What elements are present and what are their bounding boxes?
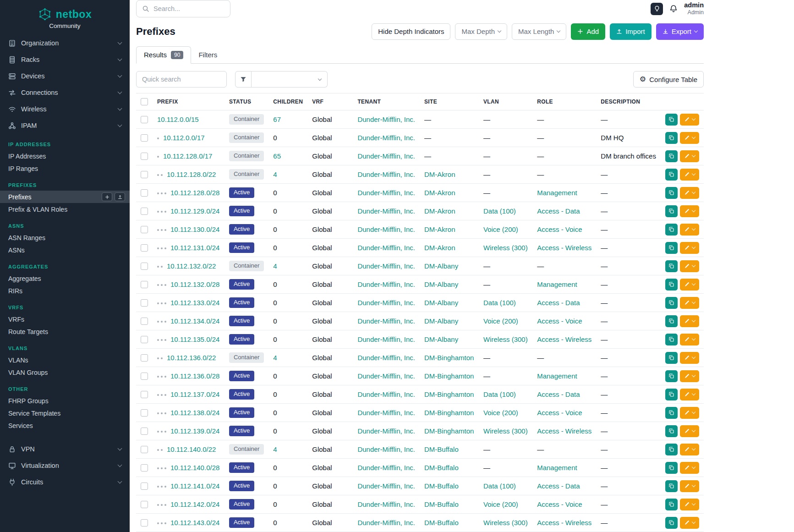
prefix-link[interactable]: 10.112.136.0/28	[170, 372, 219, 380]
sidebar-item-organization[interactable]: Organization	[0, 35, 130, 51]
select-all-checkbox[interactable]	[141, 98, 148, 105]
sidebar-item-asn-ranges[interactable]: ASN Ranges	[0, 231, 130, 244]
copy-button[interactable]	[665, 517, 678, 529]
row-checkbox[interactable]	[141, 153, 148, 160]
quick-search-input[interactable]	[136, 71, 227, 88]
saved-filter-select[interactable]	[252, 71, 328, 88]
sidebar-item-asns[interactable]: ASNs	[0, 244, 130, 256]
tenant-link[interactable]: Dunder-Mifflin, Inc.	[357, 482, 415, 490]
edit-button[interactable]	[680, 114, 699, 126]
theme-toggle-button[interactable]	[651, 3, 663, 15]
tenant-link[interactable]: Dunder-Mifflin, Inc.	[357, 445, 415, 453]
edit-button[interactable]	[680, 334, 699, 346]
copy-button[interactable]	[665, 187, 678, 199]
copy-button[interactable]	[665, 169, 678, 181]
edit-button[interactable]	[680, 150, 699, 162]
copy-button[interactable]	[665, 334, 678, 346]
edit-button[interactable]	[680, 444, 699, 455]
sidebar-item-vpn[interactable]: VPN	[0, 441, 130, 457]
row-checkbox[interactable]	[141, 208, 148, 215]
row-checkbox[interactable]	[141, 501, 148, 508]
edit-button[interactable]	[680, 279, 699, 291]
prefix-link[interactable]: 10.112.139.0/24	[170, 427, 219, 435]
tenant-link[interactable]: Dunder-Mifflin, Inc.	[357, 500, 415, 508]
sidebar-item-connections[interactable]: Connections	[0, 84, 130, 101]
sidebar-item-service-templates[interactable]: Service Templates	[0, 407, 130, 419]
tenant-link[interactable]: Dunder-Mifflin, Inc.	[357, 317, 415, 325]
copy-button[interactable]	[665, 499, 678, 510]
tenant-link[interactable]: Dunder-Mifflin, Inc.	[357, 189, 415, 197]
row-checkbox[interactable]	[141, 446, 148, 453]
copy-button[interactable]	[665, 425, 678, 437]
row-checkbox[interactable]	[141, 171, 148, 178]
edit-button[interactable]	[680, 499, 699, 510]
copy-button[interactable]	[665, 462, 678, 474]
sidebar-item-vlan-groups[interactable]: VLAN Groups	[0, 366, 130, 378]
filter-button[interactable]	[235, 71, 252, 88]
edit-button[interactable]	[680, 297, 699, 309]
edit-button[interactable]	[680, 224, 699, 236]
edit-button[interactable]	[680, 462, 699, 474]
column-header-prefix[interactable]: PREFIX	[153, 93, 225, 110]
prefix-link[interactable]: 10.112.143.0/24	[170, 519, 219, 527]
copy-button[interactable]	[665, 260, 678, 272]
prefix-link[interactable]: 10.112.138.0/24	[170, 409, 219, 417]
prefix-link[interactable]: 10.112.140.0/28	[170, 464, 219, 472]
column-header-description[interactable]: DESCRIPTION	[596, 93, 661, 110]
prefix-link[interactable]: 10.112.141.0/24	[170, 482, 219, 490]
tenant-link[interactable]: Dunder-Mifflin, Inc.	[357, 225, 415, 233]
global-search[interactable]	[136, 0, 230, 17]
prefix-link[interactable]: 10.112.137.0/24	[170, 390, 219, 398]
tenant-link[interactable]: Dunder-Mifflin, Inc.	[357, 372, 415, 380]
tenant-link[interactable]: Dunder-Mifflin, Inc.	[357, 152, 415, 160]
prefix-link[interactable]: 10.112.132.0/28	[170, 280, 219, 288]
edit-button[interactable]	[680, 315, 699, 327]
row-checkbox[interactable]	[141, 373, 148, 380]
sidebar-item-prefix-vlan-roles[interactable]: Prefix & VLAN Roles	[0, 203, 130, 215]
tenant-link[interactable]: Dunder-Mifflin, Inc.	[357, 354, 415, 362]
sidebar-item-services[interactable]: Services	[0, 419, 130, 432]
row-checkbox[interactable]	[141, 263, 148, 270]
row-checkbox[interactable]	[141, 226, 148, 233]
prefix-link[interactable]: 10.112.136.0/22	[167, 354, 216, 362]
copy-button[interactable]	[665, 407, 678, 419]
tab-filters[interactable]: Filters	[191, 46, 225, 63]
edit-button[interactable]	[680, 407, 699, 419]
row-checkbox[interactable]	[141, 189, 148, 197]
column-header-children[interactable]: CHILDREN	[268, 93, 307, 110]
sidebar-item-ipam[interactable]: IPAM	[0, 117, 130, 134]
sidebar-item-rirs[interactable]: RIRs	[0, 285, 130, 297]
edit-button[interactable]	[680, 132, 699, 144]
max-depth-dropdown[interactable]: Max Depth	[455, 23, 507, 40]
prefix-link[interactable]: 10.112.140.0/22	[167, 445, 216, 453]
copy-button[interactable]	[665, 114, 678, 126]
sidebar-item-wireless[interactable]: Wireless	[0, 101, 130, 117]
row-checkbox[interactable]	[141, 336, 148, 343]
tenant-link[interactable]: Dunder-Mifflin, Inc.	[357, 280, 415, 288]
row-checkbox[interactable]	[141, 354, 148, 362]
edit-button[interactable]	[680, 169, 699, 181]
column-header-site[interactable]: SITE	[420, 93, 479, 110]
row-checkbox[interactable]	[141, 244, 148, 252]
configure-table-button[interactable]: ⚙ Configure Table	[633, 71, 704, 88]
prefix-link[interactable]: 10.112.0.0/15	[157, 115, 199, 123]
prefix-link[interactable]: 10.112.133.0/24	[170, 299, 219, 307]
edit-button[interactable]	[680, 260, 699, 272]
prefix-link[interactable]: 10.112.128.0/22	[167, 170, 216, 178]
copy-button[interactable]	[665, 480, 678, 492]
export-button[interactable]: Export	[656, 23, 704, 40]
row-checkbox[interactable]	[141, 409, 148, 417]
prefix-link[interactable]: 10.112.134.0/24	[170, 317, 219, 325]
copy-button[interactable]	[665, 352, 678, 364]
row-checkbox[interactable]	[141, 483, 148, 490]
row-checkbox[interactable]	[141, 318, 148, 325]
edit-button[interactable]	[680, 205, 699, 217]
edit-button[interactable]	[680, 480, 699, 492]
tenant-link[interactable]: Dunder-Mifflin, Inc.	[357, 390, 415, 398]
prefix-link[interactable]: 10.112.128.0/17	[163, 152, 212, 160]
tenant-link[interactable]: Dunder-Mifflin, Inc.	[357, 464, 415, 472]
edit-button[interactable]	[680, 517, 699, 529]
copy-button[interactable]	[665, 224, 678, 236]
copy-button[interactable]	[665, 205, 678, 217]
sidebar-item-ip-ranges[interactable]: IP Ranges	[0, 162, 130, 175]
